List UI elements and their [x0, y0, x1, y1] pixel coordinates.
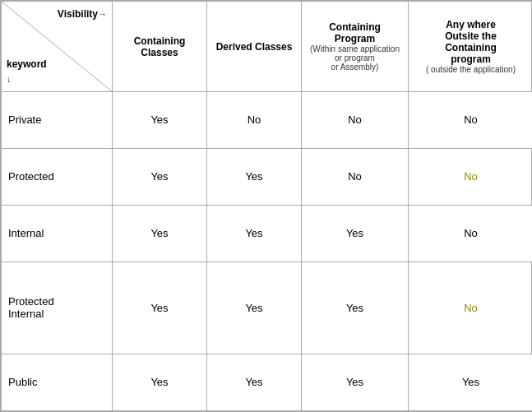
- table-row: PublicYesYesYesYes: [2, 354, 533, 410]
- header-top-left: Visibility→ keyword↓: [2, 2, 113, 92]
- outside-cell: Yes: [409, 354, 533, 410]
- table-row: ProtectedYesYesNoNo: [2, 148, 533, 205]
- derived-classes-cell: Yes: [207, 205, 302, 262]
- outside-cell: No: [409, 92, 533, 149]
- outside-cell: No: [409, 262, 533, 354]
- containing-program-cell: No: [302, 148, 409, 205]
- containing-program-cell: Yes: [302, 205, 409, 262]
- table-row: PrivateYesNoNoNo: [2, 92, 533, 149]
- visibility-label: Visibility→: [58, 8, 107, 21]
- containing-program-cell: No: [302, 92, 409, 149]
- keyword-cell: Public: [2, 354, 113, 410]
- table-row: InternalYesYesYesNo: [2, 205, 533, 262]
- header-containing-classes: Containing Classes: [113, 2, 207, 92]
- table-row: Protected InternalYesYesYesNo: [2, 262, 533, 354]
- visibility-table: Visibility→ keyword↓ Containing Classes …: [0, 0, 532, 412]
- keyword-cell: Protected: [2, 148, 113, 205]
- header-containing-program: Containing Program (Within same applicat…: [302, 2, 409, 92]
- arrow-right-icon: →: [98, 8, 107, 20]
- derived-classes-cell: Yes: [207, 148, 302, 205]
- keyword-label: keyword↓: [7, 58, 47, 85]
- keyword-cell: Internal: [2, 205, 113, 262]
- containing-classes-cell: Yes: [113, 354, 207, 410]
- containing-classes-cell: Yes: [113, 262, 207, 354]
- derived-classes-cell: Yes: [207, 262, 302, 354]
- derived-classes-cell: No: [207, 92, 302, 149]
- containing-classes-cell: Yes: [113, 205, 207, 262]
- keyword-cell: Protected Internal: [2, 262, 113, 354]
- containing-program-cell: Yes: [302, 354, 409, 410]
- containing-classes-cell: Yes: [113, 92, 207, 149]
- outside-cell: No: [409, 205, 533, 262]
- arrow-down-icon: ↓: [7, 73, 47, 85]
- header-derived-classes: Derived Classes: [207, 2, 302, 92]
- header-outside: Any where Outsite the Containing program…: [409, 2, 533, 92]
- outside-cell: No: [409, 148, 533, 205]
- containing-program-cell: Yes: [302, 262, 409, 354]
- derived-classes-cell: Yes: [207, 354, 302, 410]
- keyword-cell: Private: [2, 92, 113, 149]
- containing-classes-cell: Yes: [113, 148, 207, 205]
